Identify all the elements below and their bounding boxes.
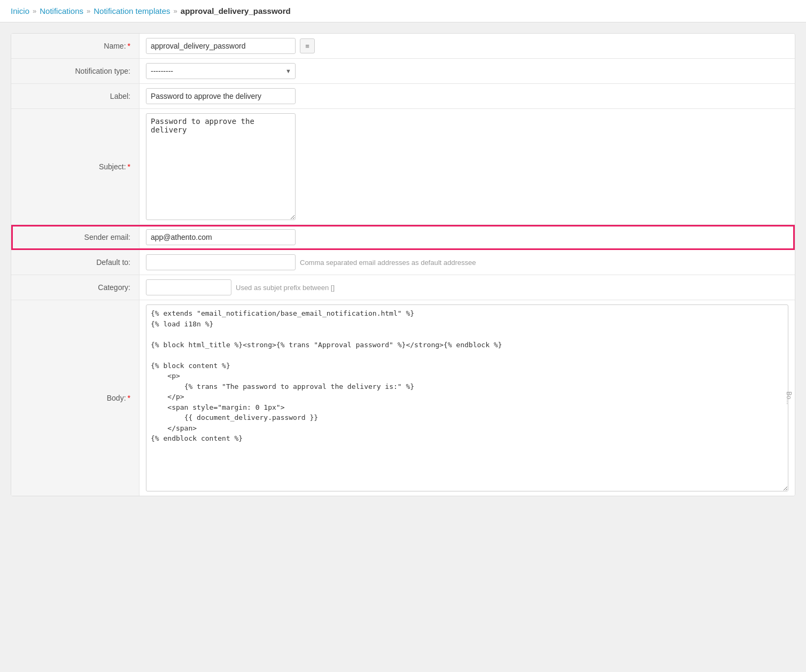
- notification-type-select[interactable]: ---------: [146, 63, 296, 79]
- name-icon[interactable]: ≡: [300, 38, 315, 53]
- category-field: Used as subjet prefix between []: [140, 275, 795, 300]
- breadcrumb-notification-templates[interactable]: Notification templates: [94, 6, 170, 15]
- breadcrumb-inicio[interactable]: Inicio: [11, 6, 29, 15]
- default-to-input[interactable]: [146, 254, 296, 270]
- form-container: Name: * ≡ Notification type: ---------: [11, 33, 795, 496]
- body-hint: Bo...: [785, 392, 793, 405]
- label-label: Label:: [11, 84, 140, 108]
- notification-type-label: Notification type:: [11, 59, 140, 83]
- default-to-label: Default to:: [11, 250, 140, 275]
- subject-field: Password to approve the delivery: [140, 109, 795, 224]
- default-to-field: Comma separated email addresses as defau…: [140, 250, 795, 275]
- sender-email-field: [140, 225, 795, 249]
- body-field: {% extends "email_notification/base_emai…: [140, 300, 795, 496]
- form-row-sender-email: Sender email:: [11, 225, 795, 250]
- name-required: *: [128, 42, 130, 50]
- subject-label: Subject: *: [11, 109, 140, 224]
- label-input[interactable]: [146, 88, 296, 104]
- breadcrumb-sep-3: »: [174, 7, 177, 15]
- breadcrumb: Inicio » Notifications » Notification te…: [0, 0, 806, 22]
- form-row-category: Category: Used as subjet prefix between …: [11, 275, 795, 300]
- category-hint: Used as subjet prefix between []: [236, 284, 335, 292]
- body-required: *: [128, 394, 130, 402]
- category-input[interactable]: [146, 279, 231, 295]
- notification-type-field: ---------: [140, 59, 795, 83]
- body-input[interactable]: {% extends "email_notification/base_emai…: [146, 304, 788, 491]
- breadcrumb-sep-1: »: [33, 7, 36, 15]
- breadcrumb-current: approval_delivery_password: [181, 6, 291, 15]
- main-content: Name: * ≡ Notification type: ---------: [0, 22, 806, 507]
- breadcrumb-sep-2: »: [87, 7, 90, 15]
- form-row-subject: Subject: * Password to approve the deliv…: [11, 109, 795, 225]
- form-row-label: Label:: [11, 84, 795, 109]
- form-row-body: Body: * {% extends "email_notification/b…: [11, 300, 795, 496]
- sender-email-label: Sender email:: [11, 225, 140, 249]
- breadcrumb-notifications[interactable]: Notifications: [40, 6, 83, 15]
- name-field: ≡: [140, 34, 795, 58]
- category-label: Category:: [11, 275, 140, 300]
- subject-required: *: [128, 162, 130, 171]
- body-label: Body: *: [11, 300, 140, 496]
- default-to-hint: Comma separated email addresses as defau…: [300, 259, 476, 267]
- name-input[interactable]: [146, 38, 296, 54]
- form-row-notification-type: Notification type: ---------: [11, 59, 795, 84]
- sender-email-input[interactable]: [146, 229, 296, 245]
- form-row-name: Name: * ≡: [11, 34, 795, 59]
- form-row-default-to: Default to: Comma separated email addres…: [11, 250, 795, 275]
- label-field: [140, 84, 795, 108]
- notification-type-select-wrapper: ---------: [146, 63, 296, 79]
- subject-input[interactable]: Password to approve the delivery: [146, 113, 296, 220]
- name-label: Name: *: [11, 34, 140, 58]
